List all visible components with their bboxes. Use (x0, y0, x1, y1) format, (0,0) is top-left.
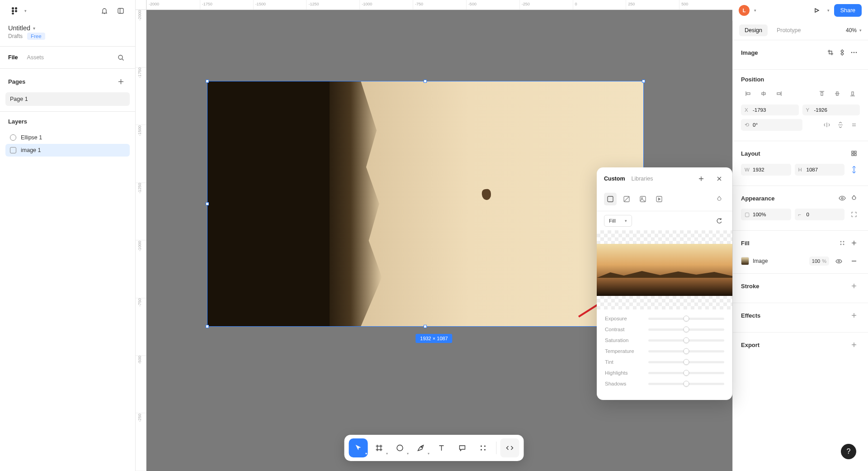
present-button[interactable] (810, 4, 823, 17)
more-options-button[interactable] (848, 47, 860, 58)
add-effect-button[interactable] (848, 309, 860, 321)
drafts-label[interactable]: Drafts (8, 33, 23, 39)
paint-type-solid[interactable] (604, 193, 617, 205)
paint-type-image[interactable] (637, 193, 649, 205)
toggle-panels-button[interactable] (114, 5, 127, 17)
crop-button[interactable] (825, 47, 836, 58)
fill-visibility-toggle[interactable] (833, 255, 844, 267)
add-export-button[interactable] (848, 339, 860, 351)
image-fill-mode-select[interactable]: Fill ▾ (604, 215, 632, 227)
resize-handle-bl[interactable] (206, 325, 209, 328)
text-tool[interactable] (432, 438, 451, 457)
slider-saturation[interactable] (648, 339, 724, 342)
slider-exposure[interactable] (648, 318, 724, 320)
add-stroke-button[interactable] (848, 280, 860, 292)
slider-label-contrast: Contrast (605, 327, 644, 332)
filename-row[interactable]: Untitled ▾ (0, 22, 135, 33)
section-position: Position X-1793 Y-1926 ⟲0° (733, 70, 868, 141)
tab-assets[interactable]: Assets (27, 54, 44, 61)
corner-radius-input[interactable]: ⌐0 (795, 209, 845, 220)
svg-rect-5 (118, 9, 123, 14)
slider-tint[interactable] (648, 361, 724, 363)
slider-shadows[interactable] (648, 383, 724, 385)
fill-title: Fill (741, 240, 836, 247)
add-page-button[interactable] (114, 75, 127, 88)
chevron-down-icon[interactable]: ▾ (754, 8, 756, 13)
slider-contrast[interactable] (648, 328, 724, 331)
resize-handle-tm[interactable] (424, 80, 427, 83)
paint-type-video[interactable] (653, 193, 665, 205)
search-button[interactable] (114, 51, 127, 64)
help-button[interactable]: ? (841, 444, 856, 459)
height-input[interactable]: H1087 (795, 164, 845, 176)
flip-horizontal-button[interactable] (821, 119, 833, 131)
share-button[interactable]: Share (834, 4, 862, 17)
independent-corners-button[interactable] (848, 209, 860, 220)
svg-rect-32 (777, 93, 780, 95)
add-fill-button[interactable] (848, 237, 860, 249)
paint-type-gradient[interactable] (620, 193, 633, 205)
actions-tool[interactable] (474, 438, 493, 457)
rotation-input[interactable]: ⟲0° (741, 119, 802, 131)
tab-file[interactable]: File (8, 54, 18, 61)
resize-handle-tl[interactable] (206, 80, 209, 83)
chevron-down-icon[interactable]: ▾ (827, 8, 830, 13)
popover-tabs: Custom Libraries (597, 167, 732, 190)
frame-tool[interactable]: ▾ (370, 438, 389, 457)
zoom-control[interactable]: 40% ▾ (846, 27, 862, 33)
notifications-button[interactable] (98, 5, 111, 17)
shape-tool[interactable]: ▾ (391, 438, 410, 457)
dev-mode-toggle[interactable] (500, 438, 519, 457)
opacity-input[interactable]: ▢100% (741, 209, 791, 220)
resize-handle-ml[interactable] (206, 202, 209, 205)
horizontal-ruler: -2000-1750-1500-1250-1000-750-500-250025… (146, 0, 732, 10)
add-paint-button[interactable] (695, 173, 707, 185)
slider-highlights[interactable] (648, 372, 724, 374)
flip-vertical-button[interactable] (835, 119, 846, 131)
fill-styles-button[interactable] (836, 237, 848, 249)
popover-tab-custom[interactable]: Custom (604, 176, 625, 182)
width-input[interactable]: W1932 (741, 164, 791, 176)
align-vcenter-button[interactable] (830, 87, 844, 100)
auto-layout-button[interactable] (848, 147, 860, 159)
user-avatar[interactable]: L (739, 5, 750, 16)
constrain-proportions-button[interactable] (848, 164, 860, 176)
component-button[interactable] (836, 47, 848, 58)
align-bottom-button[interactable] (845, 87, 860, 100)
close-popover-button[interactable] (713, 173, 725, 185)
fill-opacity-input[interactable]: 100% (809, 257, 829, 266)
tab-design[interactable]: Design (739, 24, 768, 36)
align-top-button[interactable] (815, 87, 829, 100)
image-preview[interactable] (597, 230, 732, 309)
layer-item-image[interactable]: image 1 (5, 144, 130, 157)
resize-handle-tr[interactable] (642, 80, 645, 83)
visibility-toggle[interactable] (836, 192, 848, 204)
position-x-input[interactable]: X-1793 (741, 105, 799, 115)
popover-tab-libraries[interactable]: Libraries (632, 176, 653, 182)
fill-swatch[interactable] (741, 257, 749, 265)
selected-layer-on-canvas[interactable] (207, 81, 644, 327)
align-right-button[interactable] (772, 87, 786, 100)
slider-temperature[interactable] (648, 350, 724, 352)
remove-fill-button[interactable] (848, 255, 860, 267)
chevron-down-icon[interactable]: ▾ (24, 9, 27, 13)
fill-type-label[interactable]: Image (753, 258, 806, 264)
main-menu-button[interactable] (8, 5, 21, 17)
move-tool[interactable]: ▾ (349, 438, 368, 457)
page-item[interactable]: Page 1 (5, 92, 130, 106)
plan-badge[interactable]: Free (27, 33, 45, 40)
rotate-image-button[interactable] (713, 215, 725, 227)
align-hcenter-button[interactable] (756, 87, 771, 100)
svg-rect-28 (747, 93, 750, 95)
pen-tool[interactable]: ▾ (411, 438, 430, 457)
align-left-button[interactable] (741, 87, 755, 100)
comment-tool[interactable] (453, 438, 472, 457)
blend-mode-button[interactable] (713, 193, 725, 205)
svg-rect-42 (854, 151, 856, 153)
more-transform-button[interactable] (848, 119, 860, 131)
tab-prototype[interactable]: Prototype (771, 24, 807, 36)
layer-item-ellipse[interactable]: Ellipse 1 (5, 131, 130, 144)
position-y-input[interactable]: Y-1926 (802, 105, 860, 115)
blend-mode-button[interactable] (848, 192, 860, 204)
resize-handle-bm[interactable] (424, 325, 427, 328)
